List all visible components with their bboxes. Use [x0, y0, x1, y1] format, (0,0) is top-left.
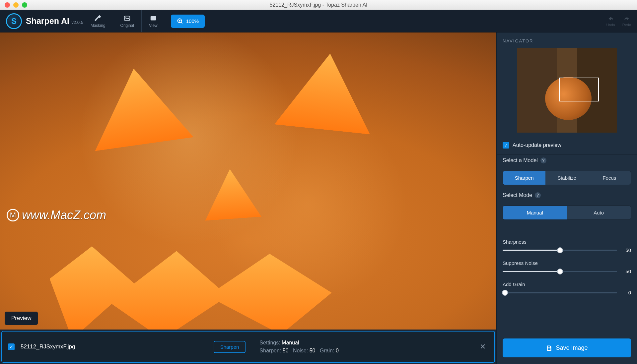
file-settings-summary: Settings: Manual Sharpen: 50 Noise: 50 G…	[259, 339, 338, 355]
grain-label: Grain:	[320, 348, 334, 353]
sharpness-slider[interactable]	[503, 250, 617, 251]
save-button-label: Save Image	[556, 344, 588, 351]
model-sharpen-button[interactable]: Sharpen	[503, 171, 545, 185]
model-focus-button[interactable]: Focus	[588, 171, 631, 185]
file-strip[interactable]: ✓ 52112_RJSxymxF.jpg Sharpen Settings: M…	[1, 331, 495, 363]
navigator-viewport[interactable]	[559, 78, 599, 101]
image-shape	[85, 62, 194, 151]
grain-slider[interactable]	[503, 292, 617, 293]
select-model-label-row: Select a Model ?	[503, 157, 631, 163]
grain-label: Add Grain	[503, 281, 631, 287]
slider-fill	[503, 250, 560, 251]
app-version: v2.0.5	[72, 20, 83, 25]
sharpness-label: Sharpness	[503, 239, 631, 245]
slider-thumb[interactable]	[502, 290, 508, 296]
sharpness-slider-group: Sharpness 50	[503, 239, 631, 253]
preview-button[interactable]: Preview	[5, 312, 38, 325]
sharpen-label: Sharpen:	[259, 348, 281, 353]
grain-slider-group: Add Grain 0	[503, 281, 631, 295]
model-stabilize-button[interactable]: Stabilize	[545, 171, 588, 185]
file-model-badge: Sharpen	[214, 341, 246, 353]
grain-value: 0	[336, 348, 339, 353]
navigator-section: NAVIGATOR	[497, 32, 637, 137]
mode-auto-button[interactable]: Auto	[567, 206, 631, 219]
zoom-button[interactable]: 100%	[171, 15, 205, 28]
minimize-window-button[interactable]	[13, 2, 19, 8]
noise-slider[interactable]	[503, 271, 617, 272]
noise-value: 50	[622, 269, 631, 274]
undo-icon	[606, 16, 615, 22]
model-segmented: Sharpen Stabilize Focus	[503, 171, 631, 185]
help-icon[interactable]: ?	[540, 157, 546, 163]
original-label: Original	[120, 23, 134, 28]
auto-update-row[interactable]: ✓ Auto-update preview	[497, 137, 637, 153]
window-titlebar: 52112_RJSxymxF.jpg - Topaz Sharpen AI	[0, 0, 637, 10]
panel-body: Select a Model ? Sharpen Stabilize Focus…	[497, 156, 637, 336]
right-panel: NAVIGATOR ✓ Auto-update preview Select a…	[496, 32, 637, 364]
slider-thumb[interactable]	[557, 269, 563, 274]
auto-update-label: Auto-update preview	[513, 142, 561, 148]
file-checkbox[interactable]: ✓	[8, 343, 15, 350]
help-icon[interactable]: ?	[535, 192, 541, 198]
view-button[interactable]: View	[141, 10, 165, 32]
image-shape	[50, 246, 332, 330]
undo-redo-group: Undo Redo	[606, 16, 631, 27]
toolbar-right: Masking Original View 100%	[83, 10, 205, 32]
zoom-value: 100%	[186, 18, 199, 24]
masking-label: Masking	[91, 23, 106, 28]
window-title: 52112_RJSxymxF.jpg - Topaz Sharpen AI	[270, 2, 368, 8]
masking-button[interactable]: Masking	[83, 10, 113, 32]
close-window-button[interactable]	[5, 2, 10, 8]
mode-segmented: Manual Auto	[503, 206, 631, 220]
view-icon	[150, 15, 157, 22]
settings-mode-value: Manual	[282, 340, 299, 345]
slider-fill	[503, 271, 560, 272]
image-content	[0, 32, 496, 330]
image-canvas[interactable]: M www.MacZ.com Preview	[0, 32, 496, 330]
slider-thumb[interactable]	[557, 247, 563, 253]
image-shape	[202, 167, 261, 220]
traffic-lights	[0, 2, 27, 8]
navigator-title: NAVIGATOR	[503, 38, 631, 43]
zoom-in-icon	[177, 18, 183, 25]
undo-label: Undo	[606, 23, 615, 27]
watermark-text: www.MacZ.com	[22, 208, 106, 222]
grain-value: 0	[622, 290, 631, 295]
select-mode-label-row: Select Mode ?	[503, 192, 631, 198]
top-toolbar: S Sharpen AI v2.0.5 Masking Original Vie…	[0, 10, 637, 32]
noise-value: 50	[310, 348, 316, 353]
select-model-label: Select a Model	[503, 157, 538, 163]
brush-icon	[94, 15, 102, 22]
view-label: View	[149, 23, 158, 28]
main-area: M www.MacZ.com Preview ✓ 52112_RJSxymxF.…	[0, 32, 637, 364]
svg-rect-1	[151, 16, 156, 20]
canvas-column: M www.MacZ.com Preview ✓ 52112_RJSxymxF.…	[0, 32, 496, 364]
save-icon	[546, 345, 552, 351]
save-image-button[interactable]: Save Image	[503, 338, 631, 357]
brand: S Sharpen AI v2.0.5	[6, 13, 83, 29]
auto-update-checkbox[interactable]: ✓	[503, 142, 509, 149]
redo-label: Redo	[622, 23, 631, 27]
spacer	[503, 227, 631, 232]
watermark: M www.MacZ.com	[7, 208, 106, 222]
noise-label: Noise:	[293, 348, 308, 353]
image-icon	[123, 15, 131, 22]
app-logo: S	[6, 13, 22, 29]
noise-slider-group: Suppress Noise 50	[503, 260, 631, 274]
sharpen-value: 50	[283, 348, 289, 353]
app-name: Sharpen AI	[26, 16, 69, 26]
redo-icon	[622, 16, 631, 22]
divider	[497, 154, 637, 155]
maximize-window-button[interactable]	[22, 2, 27, 8]
settings-label: Settings:	[259, 340, 280, 345]
original-button[interactable]: Original	[113, 10, 141, 32]
file-close-button[interactable]: ✕	[477, 340, 488, 354]
file-name: 52112_RJSxymxF.jpg	[21, 343, 75, 350]
redo-button[interactable]: Redo	[622, 16, 631, 27]
undo-button[interactable]: Undo	[606, 16, 615, 27]
sharpness-value: 50	[622, 247, 631, 253]
navigator-thumbnail[interactable]	[517, 48, 617, 133]
watermark-icon: M	[7, 209, 19, 221]
mode-manual-button[interactable]: Manual	[503, 206, 567, 219]
select-mode-label: Select Mode	[503, 192, 532, 198]
